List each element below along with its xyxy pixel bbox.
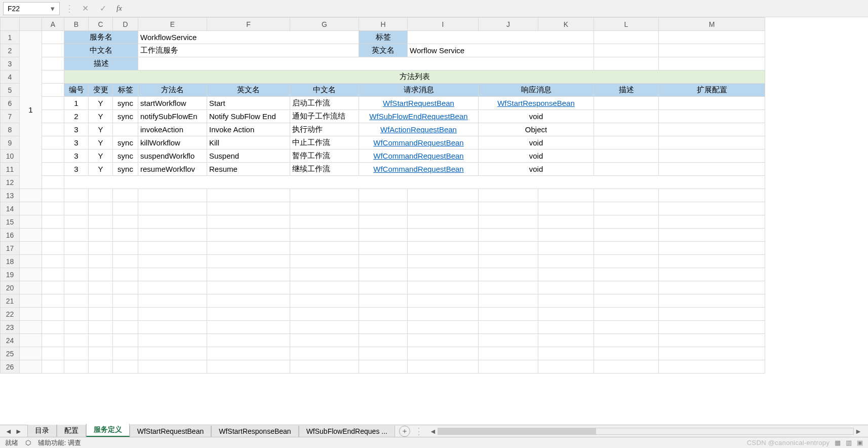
name-box-input[interactable] — [4, 5, 48, 13]
name-box: ▾ — [3, 2, 60, 15]
cancel-formula-icon[interactable]: ✕ — [79, 4, 92, 13]
formula-input[interactable] — [129, 3, 865, 15]
accept-formula-icon[interactable]: ✓ — [97, 4, 109, 13]
separator-icon: ⋮ — [65, 3, 74, 14]
fx-icon[interactable]: fx — [114, 4, 124, 13]
formula-bar: ▾ ⋮ ✕ ✓ fx — [0, 0, 868, 17]
name-box-dropdown-icon[interactable]: ▾ — [48, 4, 57, 13]
